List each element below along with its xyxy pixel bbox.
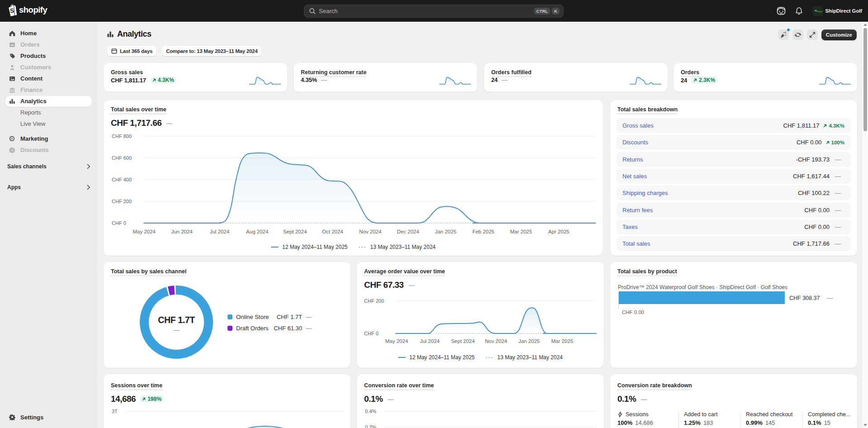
chart-title[interactable]: Conversion rate breakdown — [617, 382, 692, 390]
scrollbar-up-arrow[interactable] — [863, 24, 867, 26]
breakdown-row-label[interactable]: Return fees — [622, 207, 804, 214]
breakdown-row-value: CHF 1,617.44 — [793, 173, 830, 180]
breakdown-row-label[interactable]: Discounts — [622, 139, 797, 146]
sidebar-item-settings[interactable]: Settings — [0, 411, 97, 423]
product-value: CHF 308.37 — [789, 295, 820, 301]
chart-total-value: 0.1% — [364, 394, 383, 404]
expand-button[interactable] — [807, 29, 818, 40]
chart-legend: 12 May 2024–11 May 202513 May 2023–11 Ma… — [104, 244, 603, 250]
store-avatar: GOLF — [812, 6, 823, 16]
line-fill — [126, 426, 343, 428]
chart-total-value: CHF 1,717.66 — [111, 118, 161, 128]
y-axis-label: CHF 0 — [364, 331, 379, 336]
breakdown-row-label[interactable]: Gross sales — [622, 122, 783, 129]
line-fill — [396, 308, 597, 333]
funnel-step-label: Completed che... — [808, 411, 851, 418]
kpi-title[interactable]: Returning customer rate — [301, 69, 366, 77]
product-bar[interactable] — [618, 291, 785, 304]
x-axis-label: Jul 2024 — [420, 338, 440, 344]
kpi-change-dash: — — [321, 76, 327, 83]
breakdown-row-change: 4.3K% — [823, 123, 844, 128]
chart-title[interactable]: Average order value over time — [364, 268, 445, 276]
chart-title[interactable]: Conversion rate over time — [364, 382, 434, 390]
date-range-filter[interactable]: Last 365 days — [107, 46, 157, 56]
breakdown-row-value: CHF 0.00 — [804, 207, 830, 214]
insights-button[interactable] — [778, 29, 789, 40]
funnel-step-percent: 0.1% — [808, 419, 821, 426]
funnel-step-values: 0.1%15 — [808, 419, 851, 426]
main-content: AnalyticsCustomizeLast 365 daysCompare t… — [97, 22, 862, 428]
kpi-sparkline-chart — [630, 75, 661, 86]
total-sales-line-chart: CHF 0CHF 200CHF 400CHF 600CHF 800May 202… — [111, 133, 596, 238]
breakdown-row-label[interactable]: Returns — [622, 156, 796, 163]
sidebar-item-live-view[interactable]: Live View — [0, 118, 97, 129]
conversion-rate-over-time-card: Conversion rate over time0.1%—0.4%0.2% — [357, 374, 604, 428]
finance-icon — [9, 87, 15, 93]
chart-title[interactable]: Total sales by sales channel — [111, 268, 186, 276]
notifications-button[interactable] — [793, 5, 805, 17]
total-sales-by-product-card: Total sales by productProDrive™ 2024 Wat… — [610, 262, 857, 368]
sidebar-item-label: Reports — [20, 109, 41, 116]
scrollbar-down-arrow[interactable] — [863, 424, 867, 426]
scrollbar-thumb[interactable] — [863, 28, 867, 131]
sidebar-section-apps[interactable]: Apps — [0, 181, 97, 193]
kpi-card-orders-fulfilled: Orders fulfilled24— — [484, 63, 668, 92]
donut-center-change: — — [174, 327, 180, 333]
chart-title[interactable]: Total sales over time — [111, 106, 166, 114]
sidebar-section-label: Apps — [7, 184, 87, 190]
search-input[interactable]: SearchCTRLK — [304, 5, 564, 18]
total-sales-by-channel-card: Total sales by sales channelCHF 1.7T—Onl… — [104, 262, 351, 368]
customize-button[interactable]: Customize — [821, 29, 857, 40]
nav-gap — [0, 129, 97, 133]
sidebar-item-label: Content — [20, 75, 43, 82]
kpi-value-row: CHF 1,811.174.3K% — [111, 76, 176, 84]
sidebar-item-label: Products — [20, 52, 46, 59]
sidebar-item-home[interactable]: Home — [0, 28, 97, 39]
sidebar-item-customers[interactable]: Customers — [0, 62, 97, 73]
kpi-title[interactable]: Gross sales — [111, 69, 143, 77]
shopify-logo[interactable]: Sshopify — [7, 3, 47, 17]
chart-title[interactable]: Sessions over time — [111, 382, 162, 390]
breakdown-row-value: CHF 1,811.17 — [783, 122, 820, 129]
sidebar-item-products[interactable]: Products — [0, 50, 97, 62]
breakdown-row-label[interactable]: Taxes — [622, 224, 804, 230]
kpi-title[interactable]: Orders fulfilled — [491, 69, 531, 77]
sidebar-item-finance[interactable]: Finance — [0, 84, 97, 95]
chart-total-change: — — [388, 396, 394, 403]
funnel-step-label: Sessions — [626, 411, 649, 418]
breakdown-row-value: -CHF 193.73 — [796, 156, 830, 163]
sidebar-item-reports[interactable]: Reports — [0, 107, 97, 118]
compare-to-filter[interactable]: Compare to: 13 May 2023–11 May 2024 — [162, 46, 261, 56]
breakdown-row-label[interactable]: Total sales — [622, 240, 793, 247]
kpi-card-returning-customer-rate: Returning customer rate4.35%— — [294, 63, 477, 92]
breakdown-row-value: CHF 0.00 — [797, 139, 822, 146]
chart-title[interactable]: Total sales by product — [617, 268, 677, 276]
breakdown-row-label[interactable]: Net sales — [622, 173, 793, 180]
chart-total-row: CHF 67.33— — [364, 280, 414, 290]
breakdown-change-dash: — — [835, 224, 841, 230]
legend-line-marker — [398, 357, 406, 358]
sidebar-item-discounts[interactable]: Discounts — [0, 144, 97, 156]
funnel-step-count: 14,686 — [635, 419, 653, 426]
kpi-value-row: 242.3K% — [681, 76, 717, 84]
donut-slice-draft-orders — [169, 290, 175, 291]
search-placeholder: Search — [319, 8, 532, 14]
kpi-sparkline-chart — [819, 75, 851, 86]
kpi-title[interactable]: Orders — [681, 69, 699, 77]
sidekick-button[interactable] — [775, 5, 787, 17]
funnel-divider — [802, 412, 803, 428]
kpi-change-badge: 2.3K% — [691, 76, 717, 84]
cycle-button[interactable] — [792, 29, 803, 40]
legend-label: 12 May 2024–11 May 2025 — [409, 354, 475, 361]
chart-total-change: — — [641, 396, 647, 403]
chart-change-badge: 198% — [140, 395, 164, 403]
sidebar-item-marketing[interactable]: Marketing — [0, 133, 97, 144]
sidebar-item-analytics[interactable]: Analytics — [0, 95, 97, 107]
breakdown-row-label[interactable]: Shipping charges — [622, 190, 798, 196]
store-menu[interactable]: GOLFShipDirect Golf — [812, 6, 862, 16]
sidebar-section-sales-channels[interactable]: Sales channels — [0, 161, 97, 172]
sidebar-item-orders[interactable]: Orders — [0, 39, 97, 50]
breakdown-title[interactable]: Total sales breakdown — [617, 106, 678, 114]
sidebar-item-content[interactable]: Content — [0, 73, 97, 84]
vertical-scrollbar[interactable] — [862, 22, 868, 428]
